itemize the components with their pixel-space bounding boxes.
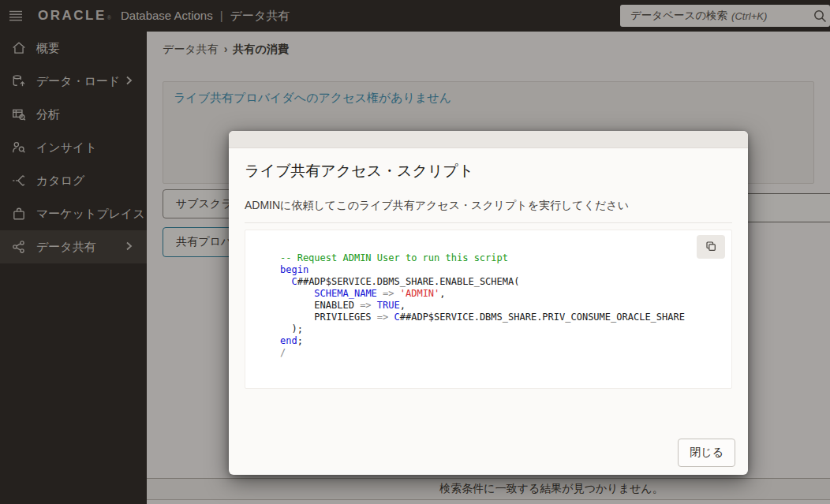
live-share-script-dialog: ライブ共有アクセス・スクリプト ADMINに依頼してこのライブ共有アクセス・スク… <box>229 131 748 475</box>
close-button[interactable]: 閉じる <box>678 439 735 467</box>
dialog-footer: 閉じる <box>678 439 735 467</box>
app-window: ORACLE ® Database Actions | データ共有 データベース… <box>0 0 830 504</box>
dialog-title: ライブ共有アクセス・スクリプト <box>245 161 732 181</box>
dialog-divider <box>245 222 732 223</box>
dialog-instruction: ADMINに依頼してこのライブ共有アクセス・スクリプトを実行してください <box>245 197 732 213</box>
dialog-body: ライブ共有アクセス・スクリプト ADMINに依頼してこのライブ共有アクセス・スク… <box>229 161 748 389</box>
copy-button[interactable] <box>697 235 725 259</box>
script-code-panel: -- Request ADMIN User to run this script… <box>245 230 732 389</box>
dialog-header-strip[interactable] <box>229 131 748 148</box>
code-block[interactable]: -- Request ADMIN User to run this script… <box>245 230 731 367</box>
copy-icon <box>705 240 717 255</box>
